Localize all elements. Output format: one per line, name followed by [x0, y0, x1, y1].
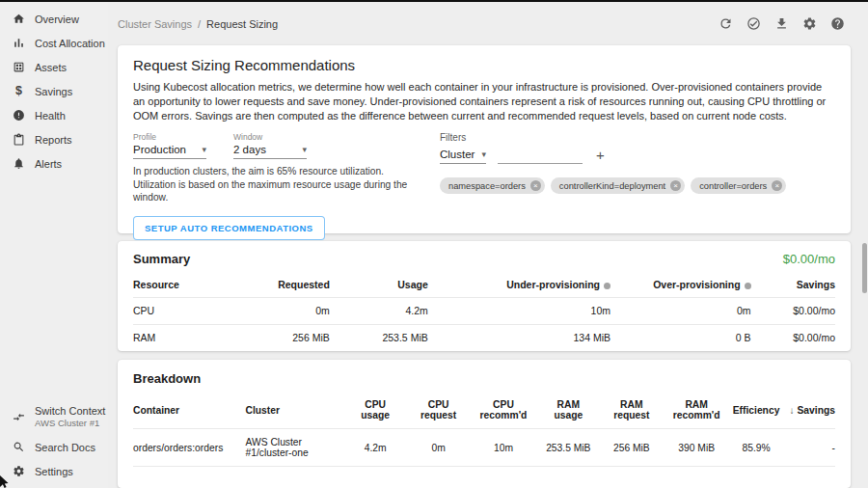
sidebar-item-label: Reports — [35, 134, 72, 146]
switch-context-button[interactable]: Switch Context AWS Cluster #1 — [0, 405, 108, 428]
summary-col-usage: Usage — [330, 273, 428, 297]
chevron-down-icon: ▾ — [481, 149, 486, 159]
sidebar-nav: Overview Cost Allocation Assets $ Saving… — [0, 2, 108, 176]
settings-button[interactable]: Settings — [0, 459, 108, 483]
download-icon[interactable] — [774, 16, 789, 31]
topbar-actions — [719, 16, 845, 31]
help-icon[interactable] — [830, 16, 845, 31]
breakdown-col-ram-recommd[interactable]: RAMrecomm'd — [664, 393, 730, 429]
summary-title: Summary — [133, 252, 190, 266]
window-select[interactable]: Window 2 days ▾ — [233, 132, 307, 159]
cell-container: orders/orders:orders — [133, 429, 245, 467]
main-area: Cluster Savings / Request Sizing Request… — [108, 2, 868, 488]
filter-chip[interactable]: namespace=orders × — [440, 177, 545, 194]
setup-auto-recommendations-button[interactable]: SETUP AUTO RECOMMENDATIONS — [133, 216, 325, 240]
check-circle-icon[interactable] — [746, 16, 761, 31]
dollar-icon: $ — [13, 85, 25, 97]
breadcrumb: Cluster Savings / Request Sizing — [118, 18, 278, 30]
summary-col-under-provisioning: Under-provisioning — [428, 273, 610, 297]
close-icon[interactable]: × — [670, 180, 681, 191]
breakdown-col-efficiency[interactable]: Efficiency — [730, 393, 783, 429]
sidebar-item-label: Overview — [35, 14, 79, 25]
breakdown-col-ram-usage[interactable]: RAMusage — [537, 393, 601, 429]
summary-col-resource: Resource — [133, 273, 238, 297]
cell-savings: $0.00/mo — [751, 324, 835, 351]
summary-row-ram: RAM 256 MiB 253.5 MiB 134 MiB 0 B $0.00/… — [133, 324, 835, 351]
filter-chip-label: namespace=orders — [448, 181, 526, 191]
filter-value-input[interactable] — [498, 147, 583, 164]
profile-select-label: Profile — [133, 132, 206, 142]
sidebar-item-label: Assets — [35, 62, 67, 73]
cell-ram-request: 256 MiB — [600, 429, 664, 467]
breakdown-col-cpu-recommd[interactable]: CPUrecomm'd — [470, 393, 536, 429]
cell-under-provisioning: 10m — [428, 297, 610, 324]
summary-table: Resource Requested Usage Under-provision… — [133, 273, 835, 351]
window-top-edge — [0, 0, 868, 2]
cell-efficiency: 85.9% — [730, 429, 783, 467]
bar-chart-icon — [13, 37, 25, 49]
current-context: AWS Cluster #1 — [35, 418, 105, 428]
cell-savings: - — [782, 429, 835, 467]
window-select-value: 2 days — [233, 144, 266, 155]
breakdown-row[interactable]: orders/orders:orders AWS Cluster #1/clus… — [133, 429, 835, 467]
cell-resource: CPU — [133, 297, 238, 324]
filter-chip-label: controllerKind=deployment — [559, 181, 665, 191]
cell-ram-recommd: 390 MiB — [664, 429, 730, 467]
filter-type-select[interactable]: Cluster ▾ — [440, 147, 486, 164]
page-title: Request Sizing Recommendations — [133, 57, 835, 73]
breakdown-col-savings-sort[interactable]: ↓Savings — [782, 393, 835, 429]
profile-select[interactable]: Profile Production ▾ — [133, 132, 206, 159]
close-icon[interactable]: × — [772, 180, 782, 191]
refresh-icon[interactable] — [719, 16, 733, 31]
summary-col-savings: Savings — [751, 273, 835, 297]
breakdown-col-cpu-usage[interactable]: CPUusage — [343, 393, 407, 429]
health-alert-icon — [13, 109, 25, 122]
search-docs-button[interactable]: Search Docs — [0, 435, 108, 459]
breakdown-header-row: Container Cluster CPUusage CPUrequest CP… — [133, 393, 835, 429]
sidebar-item-alerts[interactable]: Alerts — [0, 151, 108, 176]
close-icon[interactable]: × — [530, 180, 541, 191]
summary-header-row: Resource Requested Usage Under-provision… — [133, 273, 835, 297]
sort-desc-icon: ↓ — [790, 405, 795, 416]
add-filter-button[interactable]: + — [594, 148, 607, 164]
filter-type-value: Cluster — [440, 149, 475, 160]
cell-over-provisioning: 0 B — [610, 324, 751, 351]
info-icon[interactable] — [604, 283, 610, 289]
chevron-down-icon: ▾ — [302, 145, 307, 154]
info-icon[interactable] — [745, 283, 751, 289]
breakdown-col-cpu-request[interactable]: CPUrequest — [407, 393, 471, 429]
filter-chip[interactable]: controllerKind=deployment × — [551, 177, 685, 194]
content-area: Request Sizing Recommendations Using Kub… — [118, 45, 851, 488]
cell-over-provisioning: 0m — [610, 297, 751, 324]
breakdown-col-ram-request[interactable]: RAMrequest — [600, 393, 664, 429]
gear-icon[interactable] — [802, 16, 817, 31]
profile-helper-text: In production clusters, the aim is 65% r… — [133, 165, 411, 204]
profile-select-value: Production — [133, 144, 186, 155]
filter-chips: namespace=orders × controllerKind=deploy… — [440, 177, 835, 194]
sidebar-item-cost-allocation[interactable]: Cost Allocation — [0, 31, 108, 55]
cell-requested: 256 MiB — [238, 324, 330, 351]
sidebar-item-overview[interactable]: Overview — [0, 7, 108, 31]
sidebar: Overview Cost Allocation Assets $ Saving… — [0, 2, 108, 488]
summary-row-cpu: CPU 0m 4.2m 10m 0m $0.00/mo — [133, 297, 835, 324]
cell-resource: RAM — [133, 324, 238, 351]
breakdown-title: Breakdown — [133, 360, 835, 393]
vertical-scrollbar-thumb[interactable] — [862, 243, 867, 293]
sidebar-item-health[interactable]: Health — [0, 103, 108, 127]
mouse-cursor — [0, 475, 9, 488]
sidebar-item-reports[interactable]: Reports — [0, 127, 108, 151]
sidebar-item-assets[interactable]: Assets — [0, 55, 108, 79]
sidebar-item-label: Cost Allocation — [35, 38, 105, 49]
cell-cpu-recommd: 10m — [470, 429, 536, 467]
home-icon — [13, 13, 25, 25]
cell-requested: 0m — [238, 297, 330, 324]
breadcrumb-parent-link[interactable]: Cluster Savings — [118, 18, 192, 30]
topbar: Cluster Savings / Request Sizing — [108, 2, 868, 45]
sidebar-item-label: Savings — [35, 86, 72, 97]
breakdown-table: Container Cluster CPUusage CPUrequest CP… — [133, 393, 835, 467]
summary-card: Summary $0.00/mo Resource Requested Usag… — [118, 241, 851, 351]
sidebar-item-savings[interactable]: $ Savings — [0, 79, 108, 103]
filter-chip[interactable]: controller=orders × — [691, 177, 786, 194]
breadcrumb-current: Request Sizing — [206, 18, 278, 30]
chevron-down-icon: ▾ — [202, 145, 206, 154]
